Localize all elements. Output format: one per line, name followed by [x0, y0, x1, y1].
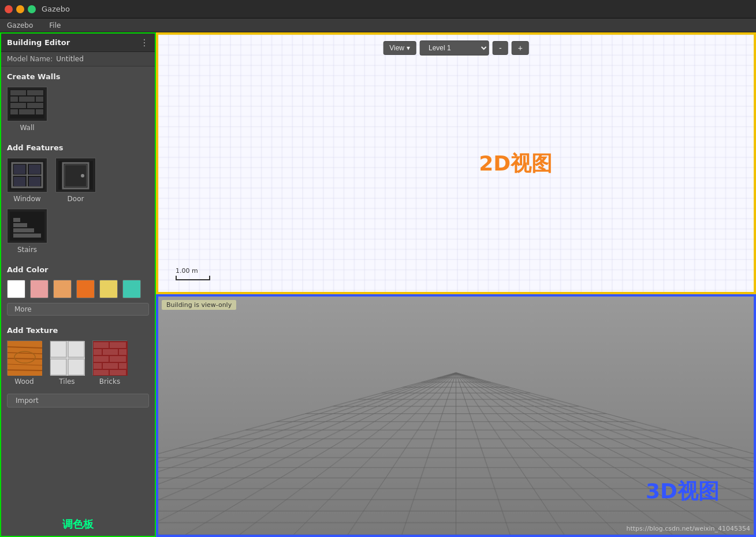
bricks-thumb [92, 340, 127, 375]
color-orange-light[interactable] [53, 280, 72, 298]
svg-rect-8 [10, 109, 18, 114]
label-3d: 3D视图 [646, 477, 719, 506]
window-icon [7, 158, 47, 192]
svg-rect-52 [110, 370, 126, 375]
svg-rect-6 [10, 103, 26, 108]
close-button[interactable] [5, 5, 13, 13]
svg-rect-5 [36, 97, 43, 102]
import-button[interactable]: Import [7, 394, 149, 408]
view-button[interactable]: View ▾ [383, 41, 416, 55]
door-icon [55, 158, 96, 192]
model-name-row: Model Name: Untitled [1, 52, 155, 66]
color-white[interactable] [7, 280, 25, 298]
svg-rect-47 [110, 356, 126, 362]
titlebar: Gazebo [0, 0, 756, 18]
svg-rect-2 [27, 90, 43, 95]
svg-rect-50 [119, 363, 126, 369]
scale-text: 1.00 m [176, 267, 198, 275]
level-select[interactable]: Level 1 [420, 40, 489, 55]
maximize-button[interactable] [28, 5, 36, 13]
view-only-badge: Building is view-only [162, 300, 236, 310]
wall-label: Wall [20, 124, 34, 132]
menu-gazebo[interactable]: Gazebo [3, 20, 36, 31]
create-walls-grid: Wall [1, 84, 155, 138]
level-plus-button[interactable]: + [512, 41, 529, 55]
create-walls-label: Create Walls [1, 66, 155, 84]
stairs-svg [10, 212, 44, 240]
svg-line-33 [8, 370, 42, 371]
texture-wood[interactable]: Wood [7, 340, 42, 386]
menubar: Gazebo File [0, 18, 756, 32]
scale-indicator: 1.00 m [176, 267, 210, 280]
texture-grid: Wood Tiles [1, 338, 155, 391]
scale-bar [176, 276, 210, 280]
svg-rect-1 [10, 90, 26, 95]
sidebar-header: Building Editor ⋮ [1, 34, 155, 52]
grid-canvas [158, 35, 754, 292]
svg-rect-7 [27, 103, 43, 108]
wall-icon [7, 87, 47, 121]
door-svg [58, 161, 93, 190]
main-layout: Building Editor ⋮ Model Name: Untitled C… [0, 32, 756, 537]
right-panels: View ▾ Level 1 - + 1.00 m 2D视图 Building … [156, 32, 756, 537]
stairs-item[interactable]: Stairs [7, 209, 47, 254]
url-bar: https://blog.csdn.net/weixin_41045354 [626, 525, 750, 532]
view-2d: View ▾ Level 1 - + 1.00 m 2D视图 [156, 32, 756, 294]
tiles-svg [50, 341, 85, 376]
view-label: View [389, 44, 404, 52]
svg-rect-9 [19, 109, 35, 114]
model-name-label: Model Name: [7, 55, 53, 63]
color-teal[interactable] [122, 280, 141, 298]
svg-rect-17 [14, 177, 25, 186]
minimize-button[interactable] [16, 5, 24, 13]
texture-bricks[interactable]: Bricks [92, 340, 127, 386]
door-item[interactable]: Door [55, 158, 96, 203]
view-arrow-icon: ▾ [407, 44, 410, 52]
svg-rect-43 [94, 349, 102, 355]
svg-rect-27 [13, 218, 20, 222]
more-button[interactable]: More [7, 303, 149, 316]
view-2d-toolbar: View ▾ Level 1 - + [383, 40, 529, 55]
svg-rect-49 [103, 363, 118, 369]
bricks-svg [93, 341, 128, 376]
wall-item[interactable]: Wall [7, 87, 47, 132]
texture-tiles[interactable]: Tiles [50, 340, 84, 386]
svg-rect-16 [29, 165, 40, 174]
door-label: Door [68, 195, 84, 203]
color-yellow[interactable] [99, 280, 118, 298]
svg-rect-41 [94, 342, 109, 348]
color-orange[interactable] [76, 280, 95, 298]
svg-rect-25 [13, 228, 34, 232]
tiles-thumb [50, 340, 84, 375]
app-title: Gazebo [42, 5, 70, 13]
wood-thumb [7, 340, 42, 375]
svg-rect-4 [19, 97, 35, 102]
svg-rect-3 [10, 97, 18, 102]
add-features-label: Add Features [1, 138, 155, 155]
svg-line-31 [8, 358, 42, 359]
add-texture-label: Add Texture [1, 320, 155, 338]
sidebar-options-icon[interactable]: ⋮ [140, 37, 149, 48]
svg-rect-15 [14, 165, 25, 174]
palette-label: 调色板 [1, 510, 155, 536]
add-color-label: Add Color [1, 260, 155, 277]
stairs-grid: Stairs [1, 209, 155, 260]
stairs-icon [7, 209, 47, 243]
svg-rect-26 [13, 223, 27, 227]
svg-point-22 [81, 174, 84, 177]
window-item[interactable]: Window [7, 158, 47, 203]
svg-rect-18 [29, 177, 40, 186]
svg-rect-42 [110, 342, 126, 348]
view-3d: Building is view-only 3D视图 https://blog.… [156, 294, 756, 537]
model-name-value: Untitled [56, 55, 83, 63]
color-pink[interactable] [30, 280, 49, 298]
add-features-grid: Window Door [1, 155, 155, 209]
svg-rect-46 [94, 356, 109, 362]
sidebar: Building Editor ⋮ Model Name: Untitled C… [0, 32, 156, 537]
svg-rect-51 [94, 370, 109, 375]
menu-file[interactable]: File [46, 20, 64, 31]
label-2d: 2D视图 [479, 149, 552, 177]
level-minus-button[interactable]: - [493, 41, 508, 55]
bricks-label: Bricks [99, 377, 120, 386]
window-controls [5, 5, 36, 13]
